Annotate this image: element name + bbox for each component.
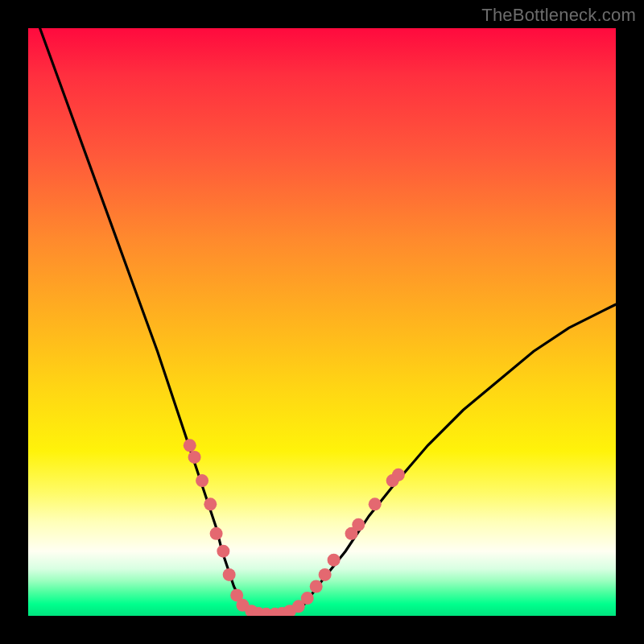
curve-marker: [217, 545, 229, 558]
curve-marker: [223, 568, 236, 581]
chart-stage: TheBottleneck.com: [0, 0, 644, 644]
watermark-text: TheBottleneck.com: [481, 5, 636, 26]
curve-marker: [210, 527, 223, 540]
curve-marker: [319, 568, 332, 581]
plot-area: [28, 28, 616, 616]
curve-marker: [196, 474, 208, 487]
curve-marker: [392, 469, 405, 481]
curve-layer: [28, 28, 616, 616]
curve-marker: [184, 439, 196, 452]
curve-marker: [188, 451, 201, 464]
curve-marker: [328, 554, 341, 567]
curve-marker: [204, 497, 217, 510]
bottleneck-curve: [40, 28, 616, 616]
curve-markers: [184, 439, 405, 616]
curve-marker: [352, 518, 365, 531]
curve-marker: [310, 580, 323, 593]
curve-marker: [369, 497, 382, 510]
curve-marker: [301, 592, 314, 605]
